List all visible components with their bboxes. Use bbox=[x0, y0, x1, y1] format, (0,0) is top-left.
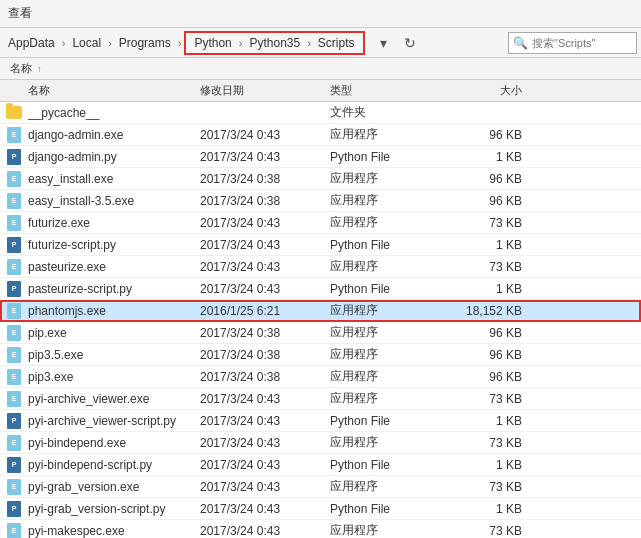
table-row[interactable]: Eeasy_install.exe2017/3/24 0:38应用程序96 KB bbox=[0, 168, 641, 190]
search-input[interactable] bbox=[532, 37, 632, 49]
table-row[interactable]: Epip3.5.exe2017/3/24 0:38应用程序96 KB bbox=[0, 344, 641, 366]
file-size: 73 KB bbox=[450, 524, 530, 538]
table-row[interactable]: Epyi-bindepend.exe2017/3/24 0:43应用程序73 K… bbox=[0, 432, 641, 454]
sort-label: 名称 bbox=[10, 62, 32, 74]
file-type: 应用程序 bbox=[330, 478, 450, 495]
file-date: 2017/3/24 0:43 bbox=[200, 260, 330, 274]
file-type: Python File bbox=[330, 238, 450, 252]
file-date: 2017/3/24 0:43 bbox=[200, 502, 330, 516]
table-row[interactable]: Pfuturize-script.py2017/3/24 0:43Python … bbox=[0, 234, 641, 256]
file-icon: E bbox=[0, 127, 28, 143]
table-row[interactable]: Epip3.exe2017/3/24 0:38应用程序96 KB bbox=[0, 366, 641, 388]
breadcrumb-highlighted-section: Python › Python35 › Scripts bbox=[184, 31, 364, 55]
file-name: pyi-grab_version-script.py bbox=[28, 502, 200, 516]
search-box[interactable]: 🔍 bbox=[508, 32, 637, 54]
file-type: 应用程序 bbox=[330, 302, 450, 319]
file-icon: P bbox=[0, 413, 28, 429]
breadcrumb-python35[interactable]: Python35 bbox=[245, 34, 304, 52]
file-size: 1 KB bbox=[450, 282, 530, 296]
header-type[interactable]: 类型 bbox=[330, 83, 450, 98]
refresh-btn[interactable]: ↻ bbox=[399, 32, 421, 54]
menu-view[interactable]: 查看 bbox=[8, 5, 32, 22]
file-type: 应用程序 bbox=[330, 258, 450, 275]
breadcrumb-prefix: AppData › Local › Programs › bbox=[4, 34, 182, 52]
file-name: pip3.5.exe bbox=[28, 348, 200, 362]
file-size: 73 KB bbox=[450, 392, 530, 406]
table-row[interactable]: Ppasteurize-script.py2017/3/24 0:43Pytho… bbox=[0, 278, 641, 300]
table-row[interactable]: Edjango-admin.exe2017/3/24 0:43应用程序96 KB bbox=[0, 124, 641, 146]
file-size: 96 KB bbox=[450, 128, 530, 142]
file-date: 2017/3/24 0:43 bbox=[200, 282, 330, 296]
file-type: Python File bbox=[330, 150, 450, 164]
table-row[interactable]: Efuturize.exe2017/3/24 0:43应用程序73 KB bbox=[0, 212, 641, 234]
toolbar: 名称 ↑ bbox=[0, 58, 641, 80]
file-icon: E bbox=[0, 259, 28, 275]
sort-name-btn[interactable]: 名称 ↑ bbox=[4, 60, 48, 77]
table-row[interactable]: Ppyi-archive_viewer-script.py2017/3/24 0… bbox=[0, 410, 641, 432]
file-type: 应用程序 bbox=[330, 170, 450, 187]
file-name: pyi-bindepend-script.py bbox=[28, 458, 200, 472]
file-icon: E bbox=[0, 325, 28, 341]
file-name: pip.exe bbox=[28, 326, 200, 340]
breadcrumb-appdata[interactable]: AppData bbox=[4, 34, 59, 52]
breadcrumb-sep2: › bbox=[107, 37, 113, 49]
table-row[interactable]: Epip.exe2017/3/24 0:38应用程序96 KB bbox=[0, 322, 641, 344]
breadcrumb-scripts[interactable]: Scripts bbox=[314, 34, 359, 52]
table-row[interactable]: Ppyi-bindepend-script.py2017/3/24 0:43Py… bbox=[0, 454, 641, 476]
file-type: 应用程序 bbox=[330, 324, 450, 341]
file-date: 2017/3/24 0:43 bbox=[200, 392, 330, 406]
header-size[interactable]: 大小 bbox=[450, 83, 530, 98]
file-size: 1 KB bbox=[450, 458, 530, 472]
file-size: 96 KB bbox=[450, 326, 530, 340]
file-size: 1 KB bbox=[450, 238, 530, 252]
file-name: easy_install.exe bbox=[28, 172, 200, 186]
file-size: 73 KB bbox=[450, 216, 530, 230]
file-date: 2017/3/24 0:43 bbox=[200, 436, 330, 450]
file-date: 2017/3/24 0:38 bbox=[200, 326, 330, 340]
table-row[interactable]: Pdjango-admin.py2017/3/24 0:43Python Fil… bbox=[0, 146, 641, 168]
file-type: Python File bbox=[330, 414, 450, 428]
file-date: 2017/3/24 0:38 bbox=[200, 348, 330, 362]
file-type: 应用程序 bbox=[330, 434, 450, 451]
file-icon bbox=[0, 106, 28, 119]
file-icon: E bbox=[0, 215, 28, 231]
file-icon: E bbox=[0, 347, 28, 363]
file-icon: E bbox=[0, 303, 28, 319]
header-name[interactable]: 名称 bbox=[0, 83, 200, 98]
table-row[interactable]: Epyi-archive_viewer.exe2017/3/24 0:43应用程… bbox=[0, 388, 641, 410]
file-name: pasteurize.exe bbox=[28, 260, 200, 274]
table-row[interactable]: Eeasy_install-3.5.exe2017/3/24 0:38应用程序9… bbox=[0, 190, 641, 212]
breadcrumb-local[interactable]: Local bbox=[68, 34, 105, 52]
file-icon: E bbox=[0, 479, 28, 495]
file-type: 应用程序 bbox=[330, 368, 450, 385]
file-icon: P bbox=[0, 149, 28, 165]
breadcrumb-programs[interactable]: Programs bbox=[115, 34, 175, 52]
file-date: 2017/3/24 0:38 bbox=[200, 172, 330, 186]
file-type: 应用程序 bbox=[330, 214, 450, 231]
file-date: 2017/3/24 0:43 bbox=[200, 480, 330, 494]
table-row[interactable]: Epasteurize.exe2017/3/24 0:43应用程序73 KB bbox=[0, 256, 641, 278]
table-row[interactable]: Epyi-grab_version.exe2017/3/24 0:43应用程序7… bbox=[0, 476, 641, 498]
file-type: Python File bbox=[330, 502, 450, 516]
file-name: phantomjs.exe bbox=[28, 304, 200, 318]
file-icon: P bbox=[0, 457, 28, 473]
table-row[interactable]: Ppyi-grab_version-script.py2017/3/24 0:4… bbox=[0, 498, 641, 520]
file-name: __pycache__ bbox=[28, 106, 200, 120]
file-type: 应用程序 bbox=[330, 126, 450, 143]
file-icon: E bbox=[0, 171, 28, 187]
dropdown-btn[interactable]: ▾ bbox=[373, 32, 395, 54]
header-date[interactable]: 修改日期 bbox=[200, 83, 330, 98]
file-name: django-admin.exe bbox=[28, 128, 200, 142]
file-name: futurize-script.py bbox=[28, 238, 200, 252]
column-headers: 名称 修改日期 类型 大小 bbox=[0, 80, 641, 102]
table-row[interactable]: Epyi-makespec.exe2017/3/24 0:43应用程序73 KB bbox=[0, 520, 641, 538]
file-size: 73 KB bbox=[450, 436, 530, 450]
file-date: 2017/3/24 0:43 bbox=[200, 150, 330, 164]
file-name: pasteurize-script.py bbox=[28, 282, 200, 296]
table-row[interactable]: __pycache__文件夹 bbox=[0, 102, 641, 124]
breadcrumb-python[interactable]: Python bbox=[190, 34, 235, 52]
file-type: 应用程序 bbox=[330, 346, 450, 363]
table-row[interactable]: Ephantomjs.exe2016/1/25 6:21应用程序18,152 K… bbox=[0, 300, 641, 322]
file-size: 96 KB bbox=[450, 172, 530, 186]
search-icon: 🔍 bbox=[513, 36, 528, 50]
